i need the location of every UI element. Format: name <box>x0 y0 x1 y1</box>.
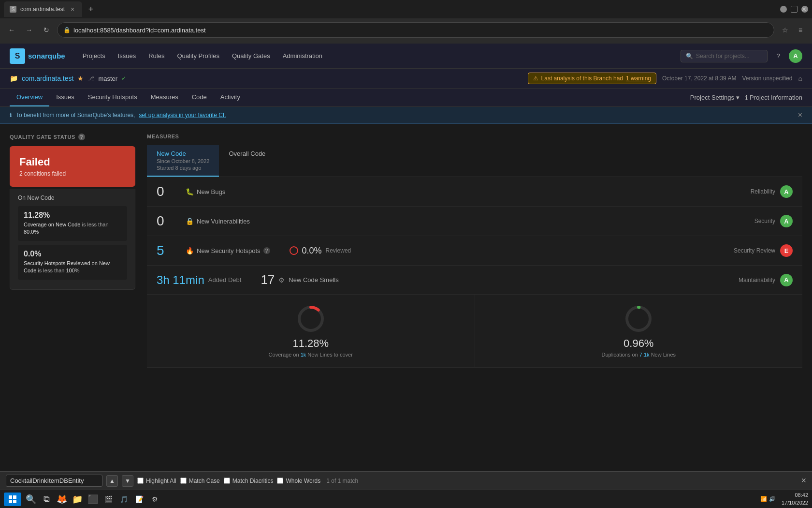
tab-bar: S com.ardinata.test × + ✕ <box>0 0 812 18</box>
bugs-label: 🐛 New Bugs <box>186 188 225 195</box>
code-smells-value[interactable]: 17 <box>261 272 275 287</box>
vulnerabilities-rating: Security A <box>754 215 793 227</box>
match-diacritics-checkbox[interactable] <box>224 478 230 484</box>
match-case-label[interactable]: Match Case <box>180 478 220 484</box>
conditions-box: On New Code 11.28% Coverage on New Code … <box>10 189 135 290</box>
nav-overview[interactable]: Overview <box>10 89 49 106</box>
condition-coverage[interactable]: 11.28% Coverage on New Code is less than… <box>18 206 127 241</box>
quality-gate-help-icon[interactable]: ? <box>78 134 85 140</box>
bugs-value[interactable]: 0 <box>157 184 186 199</box>
project-header: 📁 com.ardinata.test ★ ⎇ master ✓ ⚠ Last … <box>0 69 812 89</box>
measure-row-debt: 3h 11min Added Debt 17 ⚙ New Code Smells… <box>147 266 802 295</box>
coverage-lines-link[interactable]: 1k <box>301 352 306 358</box>
info-banner-close-button[interactable]: × <box>798 111 802 120</box>
nav-projects[interactable]: Projects <box>77 49 111 62</box>
reload-button[interactable]: ↻ <box>40 23 53 37</box>
coverage-section: 11.28% Coverage on 1k New Lines to cover <box>147 295 802 368</box>
info-banner-link[interactable]: set up analysis in your favorite CI. <box>139 112 226 119</box>
whole-words-label[interactable]: Whole Words <box>277 478 320 484</box>
nav-rules[interactable]: Rules <box>143 49 170 62</box>
debt-label: Added Debt <box>208 276 242 284</box>
version-text: Version unspecified <box>742 75 792 82</box>
home-icon[interactable]: ⌂ <box>798 75 802 82</box>
highlight-all-checkbox[interactable] <box>137 478 144 484</box>
project-information-button[interactable]: ℹ Project Information <box>745 94 802 101</box>
duplication-pct-value[interactable]: 0.96% <box>624 337 653 350</box>
settings-chevron-icon: ▾ <box>736 94 740 101</box>
hotspot-reviewed-pct: 0.0% Reviewed <box>290 246 351 256</box>
project-star-icon[interactable]: ★ <box>77 75 84 82</box>
project-settings-button[interactable]: Project Settings ▾ <box>690 94 740 101</box>
warning-triangle-icon: ⚠ <box>533 75 538 82</box>
nav-quality-profiles[interactable]: Quality Profiles <box>171 49 225 62</box>
debt-value[interactable]: 3h 11min <box>157 273 204 287</box>
maintainability-category: Maintainability <box>739 277 775 284</box>
nav-quality-gates[interactable]: Quality Gates <box>226 49 276 62</box>
nav-issues[interactable]: Issues <box>112 49 142 62</box>
maintainability-grade[interactable]: A <box>780 274 793 286</box>
nav-activity[interactable]: Activity <box>214 89 247 106</box>
hotspots-help-icon[interactable]: ? <box>263 247 270 254</box>
quality-gate-title-text: QUALITY GATE STATUS <box>10 134 75 140</box>
project-nav: Overview Issues Security Hotspots Measur… <box>0 89 812 107</box>
nav-measures[interactable]: Measures <box>144 89 185 106</box>
info-banner-text: To benefit from more of SonarQube's feat… <box>16 112 135 119</box>
coverage-pct-value[interactable]: 11.28% <box>292 337 329 350</box>
tab-close-button[interactable]: × <box>69 5 76 13</box>
match-diacritics-label[interactable]: Match Diacritics <box>224 478 274 484</box>
highlight-all-label[interactable]: Highlight All <box>137 478 176 484</box>
coverage-half: 11.28% Coverage on 1k New Lines to cover <box>147 295 475 367</box>
address-text: localhost:8585/dashboard?id=com.ardinata… <box>73 27 768 34</box>
warning-badge[interactable]: ⚠ Last analysis of this Branch had 1 war… <box>528 73 656 84</box>
whole-words-checkbox[interactable] <box>277 478 283 484</box>
address-bar[interactable]: 🔒 localhost:8585/dashboard?id=com.ardina… <box>57 22 774 38</box>
nav-administration[interactable]: Administration <box>277 49 328 62</box>
vulnerabilities-value[interactable]: 0 <box>157 213 186 229</box>
bugs-grade[interactable]: A <box>780 185 793 198</box>
hotspots-rating: Security Review E <box>734 244 793 257</box>
nav-actions: ☆ ≡ <box>778 23 807 37</box>
match-case-checkbox[interactable] <box>180 478 187 484</box>
hotspot-circle-icon <box>290 246 298 255</box>
find-close-button[interactable]: × <box>801 476 806 486</box>
branch-name: master <box>98 75 117 82</box>
condition-hotspots[interactable]: 0.0% Security Hotspots Reviewed on New C… <box>18 245 127 280</box>
user-avatar[interactable]: A <box>789 49 802 63</box>
highlight-all-text: Highlight All <box>146 478 176 484</box>
duplication-lines-link[interactable]: 7.1k <box>639 352 650 358</box>
find-input[interactable] <box>6 475 102 487</box>
quality-gate-section: QUALITY GATE STATUS ? Failed 2 condition… <box>10 134 135 368</box>
tab-new-code[interactable]: New Code Since October 8, 2022 Started 8… <box>147 145 219 177</box>
close-button[interactable]: ✕ <box>801 6 808 13</box>
forward-button[interactable]: → <box>22 23 36 37</box>
match-case-text: Match Case <box>189 478 220 484</box>
hotspots-grade[interactable]: E <box>780 244 793 257</box>
vulnerabilities-label: 🔒 New Vulnerabilities <box>186 217 250 225</box>
new-code-tab-subtitle2: Started 8 days ago <box>157 165 209 171</box>
search-box[interactable]: 🔍 Search for projects... <box>681 50 768 62</box>
nav-issues-tab[interactable]: Issues <box>49 89 81 106</box>
help-button[interactable]: ? <box>773 51 783 61</box>
warning-text: Last analysis of this Branch had <box>541 75 623 82</box>
sonarqube-logo[interactable]: S sonarqube <box>10 48 65 64</box>
project-name[interactable]: com.ardinata.test <box>22 75 73 82</box>
maximize-button[interactable] <box>791 6 798 13</box>
nav-bar: ← → ↻ 🔒 localhost:8585/dashboard?id=com.… <box>0 18 812 42</box>
measures-tabs: New Code Since October 8, 2022 Started 8… <box>147 145 802 177</box>
hotspots-value[interactable]: 5 <box>157 243 186 258</box>
warning-link[interactable]: 1 warning <box>626 75 651 82</box>
bookmark-button[interactable]: ☆ <box>778 23 792 37</box>
browser-tab[interactable]: S com.ardinata.test × <box>4 1 82 17</box>
find-next-button[interactable]: ▼ <box>122 475 133 487</box>
tab-overall-code[interactable]: Overall Code <box>219 145 275 177</box>
condition-coverage-value: 11.28% <box>24 211 121 220</box>
nav-code[interactable]: Code <box>185 89 214 106</box>
failed-conditions-text: 2 conditions failed <box>19 170 126 177</box>
vulnerabilities-grade[interactable]: A <box>780 215 793 227</box>
find-prev-button[interactable]: ▲ <box>106 475 118 487</box>
minimize-button[interactable] <box>780 6 787 13</box>
menu-button[interactable]: ≡ <box>794 23 807 37</box>
new-tab-button[interactable]: + <box>84 2 98 16</box>
back-button[interactable]: ← <box>5 23 18 37</box>
nav-security-hotspots[interactable]: Security Hotspots <box>81 89 144 106</box>
